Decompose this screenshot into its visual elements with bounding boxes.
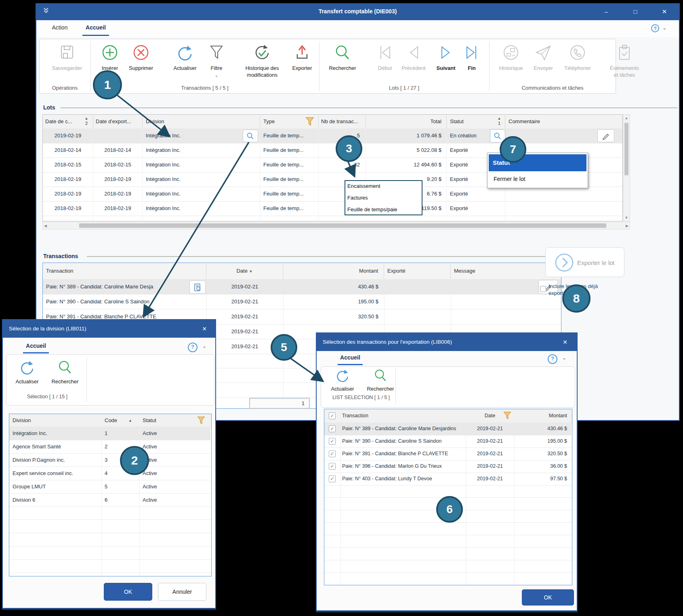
division-row[interactable]: Groupe LMUT5Active bbox=[9, 480, 210, 494]
minimize-button[interactable]: – bbox=[599, 7, 613, 17]
cancel-button[interactable]: Annuler bbox=[158, 583, 206, 601]
save-button[interactable]: Sauvegarder bbox=[48, 44, 86, 71]
division-row[interactable]: Division P.Gagnon inc.3Active bbox=[9, 453, 210, 467]
comment-edit-button[interactable] bbox=[597, 129, 614, 142]
select-all-checkbox[interactable]: ✓ bbox=[329, 412, 336, 419]
col-nb-transactions[interactable]: Nb de transac... bbox=[319, 115, 366, 128]
export-row[interactable]: ✓ Paie: N° 391 - Candidat: Blanche P CLA… bbox=[324, 448, 571, 460]
ok-button[interactable]: OK bbox=[104, 583, 152, 601]
last-button[interactable]: Fin bbox=[463, 44, 481, 71]
export-row-selected[interactable]: ✓ Paie: N° 389 - Candidat: Caroline Mari… bbox=[324, 423, 571, 435]
division-row-selected[interactable]: Intégration Inc.1Active bbox=[9, 427, 210, 440]
ok-button[interactable]: OK bbox=[522, 589, 574, 605]
transaction-detail-button[interactable] bbox=[189, 280, 206, 294]
lot-row[interactable]: 2018-02-192018-02-19 Intégration Inc.Feu… bbox=[43, 187, 623, 202]
col-montant[interactable]: Montant bbox=[514, 409, 571, 423]
close-button[interactable]: ✕ bbox=[658, 7, 671, 17]
export-row[interactable]: ✓ Paie: N° 390 - Candidat: Caroline S Sa… bbox=[324, 435, 571, 448]
chevron-down-icon[interactable]: ⌄ bbox=[562, 355, 566, 361]
division-row[interactable]: Division 66Active bbox=[9, 493, 210, 507]
close-icon[interactable]: ✕ bbox=[199, 324, 210, 334]
row-checkbox[interactable]: ✓ bbox=[329, 450, 336, 457]
type-option[interactable]: Encaissement bbox=[345, 181, 422, 193]
lots-horizontal-scrollbar[interactable]: ◀ ▶ bbox=[42, 222, 630, 229]
scroll-up-icon[interactable]: ▲ bbox=[623, 116, 630, 120]
tab-accueil[interactable]: Accueil bbox=[80, 24, 111, 31]
transaction-row[interactable]: Paie: N° 390 - Candidat: Caroline S Sain… bbox=[43, 294, 561, 309]
row-checkbox[interactable]: ✓ bbox=[329, 425, 336, 432]
close-icon[interactable]: ✕ bbox=[560, 337, 570, 347]
sort-indicator-statut: ▲1 bbox=[496, 116, 502, 126]
chevron-down-icon[interactable]: ⌄ bbox=[662, 25, 666, 31]
scroll-right-icon[interactable]: ▶ bbox=[626, 224, 628, 228]
help-icon[interactable]: ? bbox=[188, 343, 198, 352]
lots-vertical-scrollbar[interactable]: ▲ ▼ bbox=[623, 114, 630, 221]
col-transaction[interactable]: Transaction bbox=[340, 409, 466, 423]
export-row[interactable]: ✓ Paie: N° 396 - Candidat: Marlon G Du T… bbox=[324, 460, 571, 473]
col-transaction[interactable]: Transaction bbox=[43, 263, 206, 279]
scrollbar-thumb[interactable] bbox=[79, 223, 606, 228]
scrollbar-thumb[interactable] bbox=[624, 123, 628, 175]
help-icon[interactable]: ? bbox=[651, 24, 659, 32]
refresh-button[interactable]: Actualiser bbox=[326, 368, 359, 392]
export-lot-button[interactable]: Exporter le lot bbox=[545, 247, 624, 277]
window-title: Transfert comptable (DIE003) bbox=[36, 8, 680, 15]
lot-row[interactable]: 2018-02-192018-02-19 Intégration Inc.Feu… bbox=[43, 201, 623, 216]
type-option[interactable]: Factures bbox=[345, 193, 422, 204]
division-lookup-button[interactable] bbox=[243, 130, 258, 142]
col-total[interactable]: Total bbox=[366, 115, 447, 128]
division-row[interactable]: Expert service conseil inc.4Active bbox=[9, 467, 210, 480]
events-tasks-button[interactable]: Événements et tâches bbox=[601, 44, 648, 78]
col-division[interactable]: Division bbox=[9, 414, 101, 427]
lot-row-selected[interactable]: 2019-02-19 Intégration Inc. Feuille de t… bbox=[43, 128, 623, 143]
include-exported-checkbox[interactable] bbox=[540, 286, 546, 292]
phone-button[interactable]: Téléphoner bbox=[558, 44, 597, 71]
communication-history-button[interactable]: Historique bbox=[494, 44, 528, 71]
scroll-left-icon[interactable]: ◀ bbox=[44, 224, 47, 228]
history-modifications-button[interactable]: Historique des modifications bbox=[237, 44, 287, 78]
col-exporte[interactable]: Exporté bbox=[384, 263, 451, 279]
chevron-down-icon[interactable]: ⌄ bbox=[202, 343, 206, 349]
search-button[interactable]: Rechercher bbox=[46, 359, 84, 385]
scroll-down-icon[interactable]: ▼ bbox=[623, 216, 630, 220]
filter-funnel-icon[interactable] bbox=[503, 411, 511, 422]
col-code[interactable]: Code bbox=[101, 414, 139, 427]
lot-row-clipped[interactable]: 2018-02-192018-02-19 Intégration Inc.Feu… bbox=[43, 216, 623, 221]
search-button[interactable]: Rechercher bbox=[324, 44, 361, 71]
tab-action[interactable]: Action bbox=[45, 24, 74, 31]
division-row[interactable]: Agence Smart Santé2Active bbox=[9, 440, 210, 454]
refresh-icon bbox=[10, 359, 44, 377]
col-date-export[interactable]: Date d'export... bbox=[93, 115, 143, 128]
col-message[interactable]: Message bbox=[451, 263, 561, 279]
delete-button[interactable]: Supprimer bbox=[123, 44, 159, 71]
tab-accueil[interactable]: Accueil bbox=[23, 343, 49, 349]
row-checkbox[interactable]: ✓ bbox=[329, 475, 336, 482]
next-button[interactable]: Suivant bbox=[431, 44, 460, 71]
filter-funnel-icon[interactable] bbox=[197, 416, 205, 427]
col-montant[interactable]: Montant bbox=[283, 263, 384, 279]
menu-item-fermer-le-lot[interactable]: Fermer le lot bbox=[489, 171, 586, 187]
export-button[interactable]: Exporter bbox=[288, 44, 317, 71]
filter-button[interactable]: Filtre ⌄ bbox=[205, 44, 228, 79]
refresh-button[interactable]: Actualiser bbox=[168, 44, 202, 71]
col-date[interactable]: Date ▼ bbox=[206, 263, 283, 279]
help-icon[interactable]: ? bbox=[548, 354, 557, 364]
first-button[interactable]: Début bbox=[373, 44, 397, 71]
filter-funnel-icon[interactable] bbox=[305, 117, 314, 128]
chevron-down-icon[interactable]: ⌄ bbox=[214, 73, 218, 78]
row-checkbox[interactable]: ✓ bbox=[329, 438, 336, 445]
row-checkbox[interactable]: ✓ bbox=[329, 463, 336, 470]
transaction-row-selected[interactable]: Paie: N° 389 - Candidat: Caroline Marie … bbox=[43, 279, 561, 294]
maximize-button[interactable]: □ bbox=[628, 7, 642, 17]
insert-button[interactable]: Insérer bbox=[97, 44, 123, 71]
record-counter[interactable]: 1 bbox=[249, 398, 310, 409]
previous-button[interactable]: Précédent bbox=[397, 44, 430, 71]
send-button[interactable]: Envoyer bbox=[530, 44, 557, 71]
col-division[interactable]: Division bbox=[143, 115, 260, 128]
tab-accueil[interactable]: Accueil bbox=[338, 354, 363, 361]
col-commentaire[interactable]: Commentaire bbox=[505, 115, 623, 128]
type-option[interactable]: Feuille de temps/paie bbox=[345, 204, 422, 216]
search-button[interactable]: Rechercher bbox=[362, 368, 399, 392]
refresh-button[interactable]: Actualiser bbox=[10, 359, 44, 385]
export-row[interactable]: ✓ Paie: N° 403 - Candidat: Lundy T Devoe… bbox=[324, 473, 571, 486]
